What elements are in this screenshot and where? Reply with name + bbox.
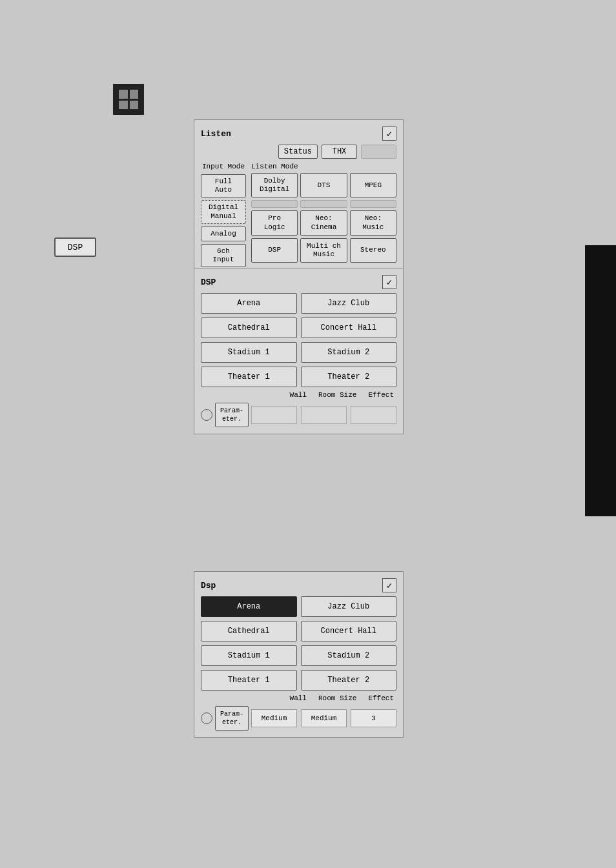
- dsp2-title-text: Dsp: [201, 581, 216, 590]
- input-full-auto[interactable]: FullAuto: [201, 174, 246, 197]
- dsp1-stadium-2[interactable]: Stadium 2: [301, 342, 397, 363]
- dsp2-roomsize-header: Room Size: [318, 694, 356, 702]
- dsp2-grid: Arena Jazz Club Cathedral Concert Hall S…: [201, 596, 396, 691]
- dsp2-concert-hall[interactable]: Concert Hall: [301, 621, 397, 641]
- dsp1-param-button[interactable]: Param-eter.: [215, 403, 249, 427]
- dsp1-effect-header: Effect: [368, 391, 394, 399]
- listen-title-text: Listen: [201, 129, 231, 139]
- dsp2-circle-indicator: [201, 712, 212, 724]
- dsp-standalone-button[interactable]: DSP: [54, 237, 96, 257]
- dsp1-param-values: [251, 406, 396, 424]
- dsp1-arena[interactable]: Arena: [201, 293, 297, 314]
- dsp1-roomsize-value: [301, 406, 347, 424]
- dsp1-concert-hall[interactable]: Concert Hall: [301, 318, 397, 338]
- dsp1-grid: Arena Jazz Club Cathedral Concert Hall S…: [201, 293, 396, 387]
- listen-pro-logic[interactable]: ProLogic: [251, 210, 298, 235]
- dsp2-effect-value: 3: [351, 709, 396, 727]
- dsp1-wall-header: Wall: [290, 391, 307, 399]
- dsp2-jazz-club[interactable]: Jazz Club: [301, 596, 397, 617]
- input-6ch[interactable]: 6chInput: [201, 244, 246, 267]
- dsp2-stadium-1[interactable]: Stadium 1: [201, 645, 297, 666]
- dsp2-stadium-2[interactable]: Stadium 2: [301, 645, 397, 666]
- listen-multi-ch-music[interactable]: Multi chMusic: [300, 238, 347, 263]
- listen-empty-3[interactable]: [350, 200, 396, 208]
- dsp1-circle-indicator: [201, 409, 212, 421]
- listen-empty-1[interactable]: [251, 200, 298, 208]
- dsp2-arena[interactable]: Arena: [201, 596, 297, 617]
- dsp2-param-button[interactable]: Param-eter.: [215, 706, 249, 731]
- thx-button[interactable]: THX: [322, 145, 357, 159]
- app-icon-cell: [130, 101, 139, 110]
- listen-panel: Listen ✓ Status THX Input Mode FullAuto …: [194, 119, 404, 288]
- empty-button-top[interactable]: [361, 145, 396, 159]
- listen-mpeg[interactable]: MPEG: [350, 173, 396, 197]
- dsp1-jazz-club[interactable]: Jazz Club: [301, 293, 397, 314]
- dsp1-stadium-1[interactable]: Stadium 1: [201, 342, 297, 363]
- listen-panel-title: Listen ✓: [201, 126, 396, 141]
- dsp2-theater-1[interactable]: Theater 1: [201, 670, 297, 691]
- app-icon-cell: [119, 101, 128, 110]
- app-icon-cell: [119, 90, 128, 99]
- dsp1-cathedral[interactable]: Cathedral: [201, 318, 297, 338]
- dsp-panel-1: DSP ✓ Arena Jazz Club Cathedral Concert …: [194, 268, 404, 434]
- dsp2-wall-header: Wall: [290, 694, 307, 702]
- dsp1-roomsize-header: Room Size: [318, 391, 356, 399]
- dsp1-theater-2[interactable]: Theater 2: [301, 367, 397, 387]
- input-analog[interactable]: Analog: [201, 227, 246, 241]
- dsp2-wall-value: Medium: [251, 709, 297, 727]
- dsp2-bottom-row: Param-eter. Medium Medium 3: [201, 706, 396, 731]
- listen-neo-cinema[interactable]: Neo:Cinema: [300, 210, 347, 235]
- dsp2-theater-2[interactable]: Theater 2: [301, 670, 397, 691]
- page-wrapper: DSP Listen ✓ Status THX Input Mode FullA…: [0, 0, 616, 868]
- dsp1-theater-1[interactable]: Theater 1: [201, 367, 297, 387]
- listen-checkmark[interactable]: ✓: [382, 126, 396, 141]
- dsp-standalone-label: DSP: [68, 243, 83, 252]
- input-mode-column: Input Mode FullAuto DigitalManual Analog…: [201, 163, 246, 267]
- dsp-panel-2: Dsp ✓ Arena Jazz Club Cathedral Concert …: [194, 571, 404, 738]
- dsp1-bottom-row: Param-eter.: [201, 403, 396, 427]
- input-mode-label: Input Mode: [201, 163, 246, 170]
- listen-body: Input Mode FullAuto DigitalManual Analog…: [201, 163, 396, 267]
- dsp1-title-text: DSP: [201, 278, 216, 287]
- dsp2-effect-header: Effect: [368, 694, 394, 702]
- dsp1-checkmark[interactable]: ✓: [382, 275, 396, 289]
- listen-mode-label: Listen Mode: [251, 163, 396, 170]
- dsp2-roomsize-value: Medium: [301, 709, 347, 727]
- app-icon-grid: [119, 90, 138, 109]
- dsp1-effect-value: [351, 406, 396, 424]
- dsp1-panel-title: DSP ✓: [201, 275, 396, 289]
- dsp2-checkmark[interactable]: ✓: [382, 578, 396, 592]
- listen-empty-2[interactable]: [300, 200, 347, 208]
- listen-neo-music[interactable]: Neo:Music: [350, 210, 396, 235]
- dsp2-cathedral[interactable]: Cathedral: [201, 621, 297, 641]
- dsp1-wall-value: [251, 406, 297, 424]
- listen-dolby-digital[interactable]: DolbyDigital: [251, 173, 298, 197]
- listen-stereo[interactable]: Stereo: [350, 238, 396, 263]
- listen-dts[interactable]: DTS: [300, 173, 347, 197]
- dsp2-param-values: Medium Medium 3: [251, 709, 396, 727]
- dsp2-panel-title: Dsp ✓: [201, 578, 396, 592]
- listen-mode-column: Listen Mode DolbyDigital DTS MPEG ProLog…: [251, 163, 396, 267]
- listen-top-buttons: Status THX: [201, 145, 396, 159]
- app-icon-cell: [130, 90, 139, 99]
- input-digital-manual[interactable]: DigitalManual: [201, 200, 246, 223]
- listen-dsp[interactable]: DSP: [251, 238, 298, 263]
- status-button[interactable]: Status: [278, 145, 318, 159]
- listen-mode-grid: DolbyDigital DTS MPEG ProLogic Neo:Cinem…: [251, 173, 396, 263]
- app-icon: [113, 84, 144, 115]
- right-sidebar-bar: [585, 245, 616, 516]
